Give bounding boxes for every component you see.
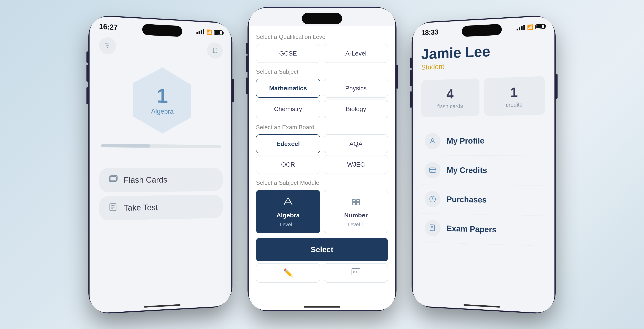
credits-stat: 1 credits <box>484 76 545 116</box>
algebra-module-card[interactable]: Algebra Level 1 <box>256 190 320 233</box>
phone-right-screen: 18:33 📶 Jamie Lee Student 4 flash cards <box>413 15 554 313</box>
exam-board-row-2: OCR WJEC <box>256 155 388 174</box>
svg-text:16:9: 16:9 <box>353 271 357 274</box>
exam-papers-label: Exam Papers <box>446 224 496 234</box>
wifi-icon-right: 📶 <box>527 24 533 30</box>
take-test-label: Take Test <box>124 203 158 212</box>
exam-board-row-1: Edexcel AQA <box>256 134 388 153</box>
purchases-icon <box>425 191 440 207</box>
phone-center: Select a Qualification Level GCSE A-Leve… <box>248 8 396 310</box>
purchases-label: Purchases <box>446 195 486 204</box>
wjec-button[interactable]: WJEC <box>324 155 388 174</box>
subject-row-1: Mathematics Physics <box>256 79 388 98</box>
number-title: Number <box>344 212 368 219</box>
qualification-label: Select a Qualification Level <box>256 33 388 40</box>
physics-button[interactable]: Physics <box>324 79 388 98</box>
profile-icon <box>425 133 440 149</box>
number-icon <box>350 196 362 209</box>
exam-papers-item[interactable]: Exam Papers <box>421 213 545 246</box>
mathematics-button[interactable]: Mathematics <box>256 79 320 98</box>
module-section-label: Select a Subject Module <box>256 179 388 186</box>
subject-row-2: Chemistry Biology <box>256 99 388 118</box>
credits-count: 1 <box>510 84 518 100</box>
progress-bar <box>101 144 221 148</box>
select-button[interactable]: Select <box>256 238 388 261</box>
credits-icon <box>425 162 440 178</box>
svg-rect-12 <box>352 202 356 205</box>
algebra-icon <box>282 196 294 209</box>
phone-left-screen: 16:27 📶 <box>90 15 231 313</box>
signal-icon-right <box>517 25 525 30</box>
module-card-ratio[interactable]: 16:9 <box>324 263 388 283</box>
home-indicator-right <box>464 304 500 308</box>
flash-cards-button[interactable]: Flash Cards <box>99 168 223 192</box>
dynamic-island-center <box>302 13 342 24</box>
algebra-sub: Level 1 <box>280 222 296 228</box>
pencil-icon: ✏️ <box>283 268 293 278</box>
purchases-item[interactable]: Purchases <box>421 185 545 216</box>
profile-name: Jamie Lee <box>421 41 545 62</box>
bookmark-button[interactable] <box>207 42 223 59</box>
status-icons-right: 📶 <box>517 23 545 31</box>
my-profile-label: My Profile <box>446 136 484 146</box>
my-credits-item[interactable]: My Credits <box>421 155 545 186</box>
flash-cards-count: 4 <box>446 86 454 101</box>
dynamic-island-left <box>142 24 182 37</box>
dynamic-island-right <box>462 24 502 37</box>
flash-cards-icon <box>108 174 118 186</box>
phone-left-content: 1 Algebra Flash Cards <box>90 33 231 228</box>
alevel-button[interactable]: A-Level <box>324 44 388 63</box>
hex-shape: 1 Algebra <box>133 66 191 134</box>
time-right: 18:33 <box>421 28 438 37</box>
p1-header <box>97 37 224 59</box>
number-sub: Level 1 <box>348 222 364 228</box>
svg-rect-13 <box>356 202 360 205</box>
credits-stat-label: credits <box>506 101 522 108</box>
signal-icon-left <box>196 29 204 34</box>
qualification-row: GCSE A-Level <box>256 44 388 63</box>
take-test-button[interactable]: Take Test <box>99 195 223 221</box>
phone-left: 16:27 📶 <box>90 15 231 313</box>
status-icons-left: 📶 <box>196 28 223 35</box>
hex-number: 1 <box>157 85 168 106</box>
home-indicator-center <box>304 306 340 308</box>
phone-right-content: Jamie Lee Student 4 flash cards 1 credit… <box>413 33 554 250</box>
my-profile-item[interactable]: My Profile <box>421 125 545 156</box>
svg-rect-17 <box>429 168 436 172</box>
number-module-card[interactable]: Number Level 1 <box>324 190 388 233</box>
stats-row: 4 flash cards 1 credits <box>421 76 545 117</box>
battery-icon-left <box>214 30 222 35</box>
ocr-button[interactable]: OCR <box>256 155 320 174</box>
edexcel-button[interactable]: Edexcel <box>256 134 320 153</box>
flash-cards-stat: 4 flash cards <box>421 78 480 117</box>
chemistry-button[interactable]: Chemistry <box>256 99 320 118</box>
home-indicator-left <box>144 304 180 308</box>
module-card-pencil[interactable]: ✏️ <box>256 263 320 283</box>
hex-label: Algebra <box>151 107 174 115</box>
exam-papers-icon <box>425 220 440 236</box>
algebra-title: Algebra <box>276 212 300 219</box>
phone-right: 18:33 📶 Jamie Lee Student 4 flash cards <box>413 15 554 313</box>
battery-icon-right <box>536 24 545 29</box>
svg-point-16 <box>431 138 434 141</box>
ratio-icon: 16:9 <box>351 268 360 277</box>
gcse-button[interactable]: GCSE <box>256 44 320 63</box>
aqa-button[interactable]: AQA <box>324 134 388 153</box>
phone-center-content: Select a Qualification Level GCSE A-Leve… <box>248 26 396 310</box>
hex-container: 1 Algebra <box>97 65 224 134</box>
filter-button[interactable] <box>99 37 116 54</box>
take-test-icon <box>108 202 118 214</box>
wifi-icon-left: 📶 <box>206 29 212 35</box>
exam-board-label: Select an Exam Board <box>256 124 388 131</box>
time-left: 16:27 <box>99 22 118 31</box>
flash-cards-stat-label: flash cards <box>437 103 463 110</box>
phone-center-screen: Select a Qualification Level GCSE A-Leve… <box>248 8 396 310</box>
module-row: Algebra Level 1 Number Level 1 <box>256 190 388 233</box>
flash-cards-label: Flash Cards <box>124 175 167 185</box>
subject-section-label: Select a Subject <box>256 68 388 75</box>
module-row-bottom: ✏️ 16:9 <box>256 263 388 283</box>
my-credits-label: My Credits <box>446 166 487 175</box>
biology-button[interactable]: Biology <box>324 99 388 118</box>
